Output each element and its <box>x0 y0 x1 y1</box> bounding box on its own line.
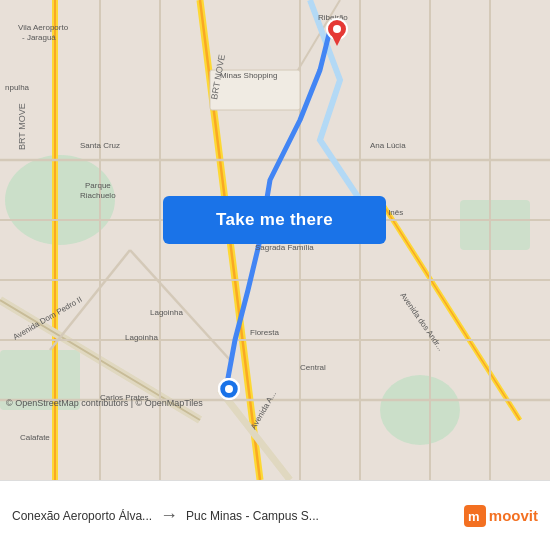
svg-rect-4 <box>460 200 530 250</box>
moovit-logo: m moovit <box>464 505 538 527</box>
moovit-icon: m <box>464 505 486 527</box>
svg-text:Lagoinha: Lagoinha <box>125 333 158 342</box>
svg-text:npulha: npulha <box>5 83 30 92</box>
svg-text:Central: Central <box>300 363 326 372</box>
svg-text:BRT MOVE: BRT MOVE <box>17 103 27 150</box>
footer-bar: Conexão Aeroporto Álva... → Puc Minas - … <box>0 480 550 550</box>
svg-text:Lagoinha: Lagoinha <box>150 308 183 317</box>
from-location-label: Conexão Aeroporto Álva... <box>12 509 152 523</box>
svg-text:Sagrada Família: Sagrada Família <box>255 243 314 252</box>
svg-marker-42 <box>331 34 343 46</box>
svg-point-45 <box>225 385 233 393</box>
svg-text:Parque: Parque <box>85 181 111 190</box>
to-location-label: Puc Minas - Campus S... <box>186 509 319 523</box>
svg-text:Vila Aeroporto: Vila Aeroporto <box>18 23 69 32</box>
svg-text:m: m <box>468 509 480 524</box>
svg-text:Floresta: Floresta <box>250 328 279 337</box>
destination-pin <box>326 18 348 50</box>
map-container: BRT MOVE BRT NOVE Minas Shopping Santa C… <box>0 0 550 480</box>
svg-point-1 <box>5 155 115 245</box>
svg-text:Ana Lúcia: Ana Lúcia <box>370 141 406 150</box>
svg-text:Riachuelo: Riachuelo <box>80 191 116 200</box>
osm-attribution: © OpenStreetMap contributors | © OpenMap… <box>6 398 203 408</box>
arrow-right-icon: → <box>160 505 178 526</box>
moovit-brand-text: moovit <box>489 507 538 524</box>
svg-text:Santa Cruz: Santa Cruz <box>80 141 120 150</box>
svg-point-43 <box>333 25 341 33</box>
svg-point-2 <box>380 375 460 445</box>
origin-pin <box>218 378 240 404</box>
svg-text:Calafate: Calafate <box>20 433 50 442</box>
take-me-there-button[interactable]: Take me there <box>163 196 386 244</box>
svg-text:Minas Shopping: Minas Shopping <box>220 71 277 80</box>
svg-text:- Jaraguá: - Jaraguá <box>22 33 56 42</box>
